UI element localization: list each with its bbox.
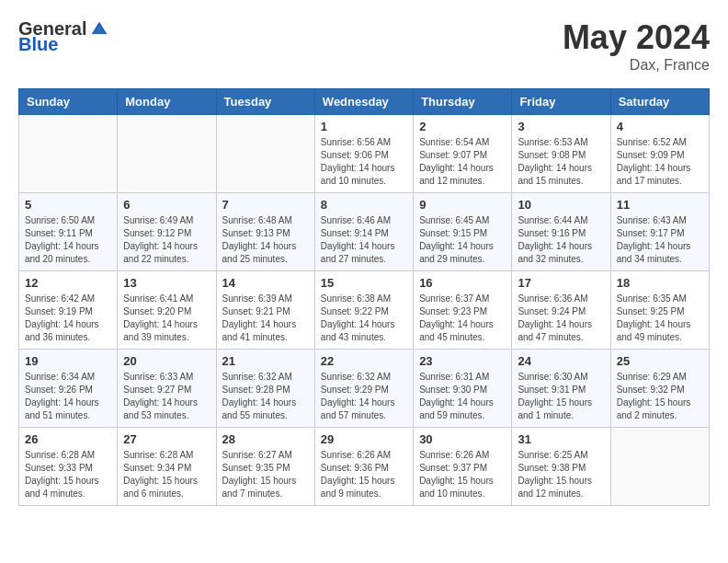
calendar-cell: 25Sunrise: 6:29 AM Sunset: 9:32 PM Dayli… bbox=[610, 350, 709, 428]
calendar-cell bbox=[19, 115, 118, 193]
calendar-cell: 29Sunrise: 6:26 AM Sunset: 9:36 PM Dayli… bbox=[314, 428, 413, 506]
day-number: 22 bbox=[321, 354, 407, 368]
calendar-cell: 14Sunrise: 6:39 AM Sunset: 9:21 PM Dayli… bbox=[216, 271, 314, 350]
day-info: Sunrise: 6:33 AM Sunset: 9:27 PM Dayligh… bbox=[123, 371, 210, 422]
page-header: General Blue May 2024 Dax, France bbox=[18, 18, 710, 74]
logo: General Blue bbox=[18, 18, 108, 55]
day-info: Sunrise: 6:26 AM Sunset: 9:36 PM Dayligh… bbox=[321, 449, 407, 500]
day-info: Sunrise: 6:44 AM Sunset: 9:16 PM Dayligh… bbox=[518, 214, 604, 266]
day-number: 25 bbox=[617, 354, 703, 368]
day-info: Sunrise: 6:46 AM Sunset: 9:14 PM Dayligh… bbox=[321, 214, 407, 266]
calendar-cell: 19Sunrise: 6:34 AM Sunset: 9:26 PM Dayli… bbox=[19, 350, 118, 428]
day-number: 15 bbox=[321, 276, 407, 290]
day-info: Sunrise: 6:28 AM Sunset: 9:33 PM Dayligh… bbox=[25, 449, 111, 500]
day-number: 5 bbox=[25, 198, 111, 212]
calendar-cell: 12Sunrise: 6:42 AM Sunset: 9:19 PM Dayli… bbox=[19, 271, 118, 350]
calendar-cell: 26Sunrise: 6:28 AM Sunset: 9:33 PM Dayli… bbox=[19, 428, 118, 506]
day-info: Sunrise: 6:25 AM Sunset: 9:38 PM Dayligh… bbox=[518, 449, 604, 500]
calendar-cell: 27Sunrise: 6:28 AM Sunset: 9:34 PM Dayli… bbox=[118, 428, 216, 506]
day-info: Sunrise: 6:31 AM Sunset: 9:30 PM Dayligh… bbox=[419, 371, 506, 422]
day-info: Sunrise: 6:53 AM Sunset: 9:08 PM Dayligh… bbox=[518, 136, 604, 188]
calendar-week-row-2: 12Sunrise: 6:42 AM Sunset: 9:19 PM Dayli… bbox=[19, 271, 710, 350]
day-info: Sunrise: 6:48 AM Sunset: 9:13 PM Dayligh… bbox=[222, 214, 309, 266]
day-number: 9 bbox=[419, 198, 506, 212]
weekday-header-row: SundayMondayTuesdayWednesdayThursdayFrid… bbox=[19, 89, 710, 115]
calendar-cell: 10Sunrise: 6:44 AM Sunset: 9:16 PM Dayli… bbox=[512, 193, 610, 271]
day-number: 8 bbox=[321, 198, 407, 212]
day-number: 6 bbox=[123, 198, 210, 212]
day-number: 14 bbox=[222, 276, 309, 290]
calendar-cell: 23Sunrise: 6:31 AM Sunset: 9:30 PM Dayli… bbox=[414, 350, 512, 428]
day-number: 13 bbox=[123, 276, 210, 290]
calendar-cell: 13Sunrise: 6:41 AM Sunset: 9:20 PM Dayli… bbox=[118, 271, 216, 350]
calendar-cell: 2Sunrise: 6:54 AM Sunset: 9:07 PM Daylig… bbox=[414, 115, 512, 193]
calendar-cell: 28Sunrise: 6:27 AM Sunset: 9:35 PM Dayli… bbox=[216, 428, 314, 506]
day-number: 3 bbox=[518, 120, 604, 133]
day-number: 17 bbox=[518, 276, 604, 290]
day-info: Sunrise: 6:30 AM Sunset: 9:31 PM Dayligh… bbox=[518, 371, 604, 422]
day-info: Sunrise: 6:50 AM Sunset: 9:11 PM Dayligh… bbox=[25, 214, 111, 266]
calendar-cell bbox=[118, 115, 216, 193]
calendar-cell: 7Sunrise: 6:48 AM Sunset: 9:13 PM Daylig… bbox=[216, 193, 314, 271]
day-info: Sunrise: 6:54 AM Sunset: 9:07 PM Dayligh… bbox=[419, 136, 506, 188]
calendar-cell: 24Sunrise: 6:30 AM Sunset: 9:31 PM Dayli… bbox=[512, 350, 610, 428]
weekday-header-wednesday: Wednesday bbox=[314, 89, 413, 115]
day-number: 11 bbox=[617, 198, 703, 212]
day-number: 1 bbox=[321, 120, 407, 133]
calendar-cell: 9Sunrise: 6:45 AM Sunset: 9:15 PM Daylig… bbox=[414, 193, 512, 271]
calendar-cell: 11Sunrise: 6:43 AM Sunset: 9:17 PM Dayli… bbox=[610, 193, 709, 271]
day-info: Sunrise: 6:43 AM Sunset: 9:17 PM Dayligh… bbox=[617, 214, 703, 266]
day-info: Sunrise: 6:42 AM Sunset: 9:19 PM Dayligh… bbox=[25, 293, 111, 344]
calendar-cell: 21Sunrise: 6:32 AM Sunset: 9:28 PM Dayli… bbox=[216, 350, 314, 428]
calendar-cell: 8Sunrise: 6:46 AM Sunset: 9:14 PM Daylig… bbox=[314, 193, 413, 271]
calendar-cell: 31Sunrise: 6:25 AM Sunset: 9:38 PM Dayli… bbox=[512, 428, 610, 506]
calendar-cell: 4Sunrise: 6:52 AM Sunset: 9:09 PM Daylig… bbox=[610, 115, 709, 193]
day-number: 23 bbox=[419, 354, 506, 368]
calendar-week-row-3: 19Sunrise: 6:34 AM Sunset: 9:26 PM Dayli… bbox=[19, 350, 710, 428]
day-number: 29 bbox=[321, 432, 407, 446]
logo-icon bbox=[90, 20, 108, 39]
weekday-header-friday: Friday bbox=[512, 89, 610, 115]
calendar-cell: 20Sunrise: 6:33 AM Sunset: 9:27 PM Dayli… bbox=[118, 350, 216, 428]
month-year-title: May 2024 bbox=[563, 18, 710, 57]
calendar-cell: 3Sunrise: 6:53 AM Sunset: 9:08 PM Daylig… bbox=[512, 115, 610, 193]
calendar-cell: 5Sunrise: 6:50 AM Sunset: 9:11 PM Daylig… bbox=[19, 193, 118, 271]
day-number: 24 bbox=[518, 354, 604, 368]
logo-blue-text: Blue bbox=[18, 34, 58, 55]
day-number: 16 bbox=[419, 276, 506, 290]
day-info: Sunrise: 6:34 AM Sunset: 9:26 PM Dayligh… bbox=[25, 371, 111, 422]
day-info: Sunrise: 6:28 AM Sunset: 9:34 PM Dayligh… bbox=[123, 449, 210, 500]
weekday-header-saturday: Saturday bbox=[610, 89, 709, 115]
day-info: Sunrise: 6:49 AM Sunset: 9:12 PM Dayligh… bbox=[123, 214, 210, 266]
day-info: Sunrise: 6:41 AM Sunset: 9:20 PM Dayligh… bbox=[123, 293, 210, 344]
day-info: Sunrise: 6:36 AM Sunset: 9:24 PM Dayligh… bbox=[518, 293, 604, 344]
calendar-cell bbox=[216, 115, 314, 193]
calendar-cell: 6Sunrise: 6:49 AM Sunset: 9:12 PM Daylig… bbox=[118, 193, 216, 271]
calendar-cell: 16Sunrise: 6:37 AM Sunset: 9:23 PM Dayli… bbox=[414, 271, 512, 350]
day-number: 7 bbox=[222, 198, 309, 212]
calendar-week-row-1: 5Sunrise: 6:50 AM Sunset: 9:11 PM Daylig… bbox=[19, 193, 710, 271]
weekday-header-monday: Monday bbox=[118, 89, 216, 115]
day-number: 30 bbox=[419, 432, 506, 446]
day-number: 2 bbox=[419, 120, 506, 133]
day-info: Sunrise: 6:56 AM Sunset: 9:06 PM Dayligh… bbox=[321, 136, 407, 188]
day-number: 19 bbox=[25, 354, 111, 368]
day-number: 31 bbox=[518, 432, 604, 446]
day-info: Sunrise: 6:32 AM Sunset: 9:28 PM Dayligh… bbox=[222, 371, 309, 422]
weekday-header-sunday: Sunday bbox=[19, 89, 118, 115]
day-number: 4 bbox=[617, 120, 703, 133]
day-number: 27 bbox=[123, 432, 210, 446]
day-info: Sunrise: 6:37 AM Sunset: 9:23 PM Dayligh… bbox=[419, 293, 506, 344]
day-number: 12 bbox=[25, 276, 111, 290]
calendar-cell bbox=[610, 428, 709, 506]
calendar-cell: 15Sunrise: 6:38 AM Sunset: 9:22 PM Dayli… bbox=[314, 271, 413, 350]
day-number: 10 bbox=[518, 198, 604, 212]
day-info: Sunrise: 6:32 AM Sunset: 9:29 PM Dayligh… bbox=[321, 371, 407, 422]
day-info: Sunrise: 6:45 AM Sunset: 9:15 PM Dayligh… bbox=[419, 214, 506, 266]
calendar-cell: 22Sunrise: 6:32 AM Sunset: 9:29 PM Dayli… bbox=[314, 350, 413, 428]
day-number: 26 bbox=[25, 432, 111, 446]
location-subtitle: Dax, France bbox=[563, 57, 710, 74]
calendar-week-row-4: 26Sunrise: 6:28 AM Sunset: 9:33 PM Dayli… bbox=[19, 428, 710, 506]
weekday-header-tuesday: Tuesday bbox=[216, 89, 314, 115]
day-info: Sunrise: 6:27 AM Sunset: 9:35 PM Dayligh… bbox=[222, 449, 309, 500]
